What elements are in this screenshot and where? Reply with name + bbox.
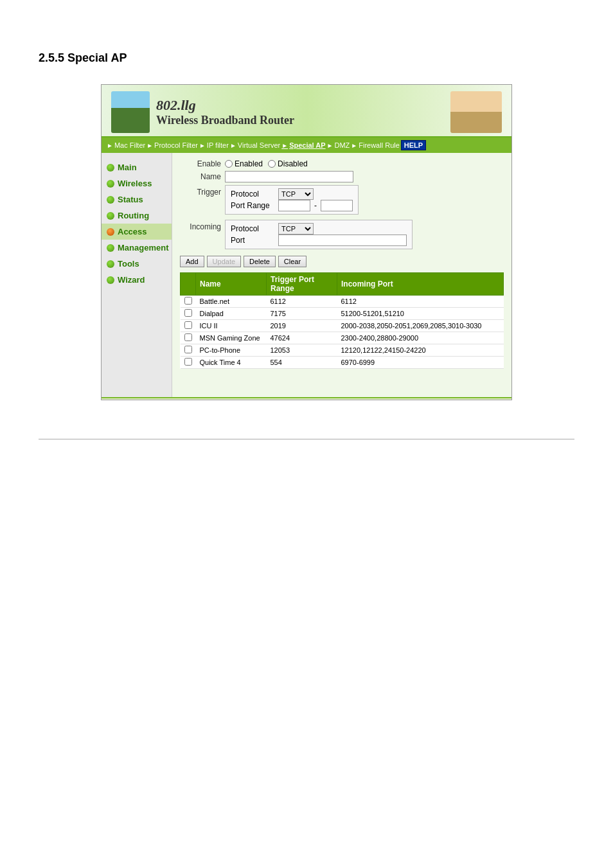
update-button[interactable]: Update — [207, 256, 241, 267]
nav-tab-firewall-rule[interactable]: ► Firewall Rule — [351, 141, 399, 149]
table-row: ICU II 2019 2000-2038,2050-2051,2069,208… — [181, 320, 504, 332]
page-footer — [39, 439, 574, 442]
disabled-radio[interactable] — [268, 160, 276, 168]
row-name-4: PC-to-Phone — [196, 344, 267, 357]
section-title: 2.5.5 Special AP — [39, 51, 574, 65]
row-checkbox-2[interactable] — [184, 321, 192, 329]
trigger-port-range-label: Port Range — [231, 201, 276, 210]
enabled-radio[interactable] — [225, 160, 233, 168]
row-checkbox-cell — [181, 308, 196, 320]
row-incoming-4: 12120,12122,24150-24220 — [337, 344, 504, 357]
button-row: Add Update Delete Clear — [180, 256, 504, 267]
nav-tab-dmz[interactable]: ► DMZ — [327, 141, 350, 149]
nav-tab-mac-filter[interactable]: ► Mac Filter — [107, 141, 145, 149]
row-checkbox-5[interactable] — [184, 358, 192, 366]
row-checkbox-cell — [181, 344, 196, 357]
sidebar-item-access[interactable]: Access — [102, 224, 172, 240]
special-ap-table: Name Trigger Port Range Incoming Port Ba… — [180, 272, 504, 369]
enable-radio-group: Enabled Disabled — [225, 159, 308, 168]
add-button[interactable]: Add — [180, 256, 204, 267]
sidebar-item-routing[interactable]: Routing — [102, 208, 172, 224]
row-checkbox-cell — [181, 332, 196, 344]
sidebar-item-wizard[interactable]: Wizard — [102, 272, 172, 288]
incoming-label: Incoming — [180, 220, 225, 231]
row-trigger-5: 554 — [267, 357, 337, 369]
trigger-protocol-select[interactable]: TCP UDP Both — [278, 188, 314, 200]
name-input[interactable] — [225, 171, 353, 182]
clear-button[interactable]: Clear — [278, 256, 306, 267]
sidebar-dot-access — [107, 228, 114, 236]
incoming-protocol-select[interactable]: TCP UDP Both — [278, 223, 314, 235]
col-header-trigger: Trigger Port Range — [267, 273, 337, 296]
table-row: Quick Time 4 554 6970-6999 — [181, 357, 504, 369]
row-checkbox-cell — [181, 320, 196, 332]
trigger-protocol-label: Protocol — [231, 190, 276, 199]
row-trigger-2: 2019 — [267, 320, 337, 332]
router-header: 802.llg Wireless Broadband Router — [102, 85, 511, 137]
trigger-port-from-input[interactable] — [278, 200, 310, 211]
nav-tab-special-ap[interactable]: ► Special AP — [281, 141, 325, 149]
row-checkbox-4[interactable] — [184, 346, 192, 353]
delete-button[interactable]: Delete — [244, 256, 276, 267]
router-ui: 802.llg Wireless Broadband Router ► Mac … — [101, 84, 512, 400]
row-name-0: Battle.net — [196, 296, 267, 308]
row-trigger-1: 7175 — [267, 308, 337, 320]
content-area: Enable Enabled Disabled Name — [172, 153, 511, 397]
trigger-port-range-row: Port Range - — [231, 200, 353, 211]
nav-tab-virtual-server[interactable]: ► Virtual Server — [230, 141, 280, 149]
table-row: PC-to-Phone 12053 12120,12122,24150-2422… — [181, 344, 504, 357]
router-footer — [102, 397, 511, 400]
sidebar-dot-wizard — [107, 276, 114, 284]
sidebar-item-tools[interactable]: Tools — [102, 256, 172, 272]
incoming-protocol-label: Protocol — [231, 224, 276, 233]
disabled-radio-label[interactable]: Disabled — [268, 159, 308, 168]
enable-label: Enable — [180, 159, 225, 168]
header-left: 802.llg Wireless Broadband Router — [111, 91, 294, 133]
enable-row: Enable Enabled Disabled — [180, 159, 504, 168]
sidebar-item-main[interactable]: Main — [102, 159, 172, 175]
incoming-port-row: Port — [231, 235, 407, 246]
row-name-3: MSN Gaming Zone — [196, 332, 267, 344]
sidebar-item-status[interactable]: Status — [102, 191, 172, 208]
col-header-incoming: Incoming Port — [337, 273, 504, 296]
row-checkbox-0[interactable] — [184, 297, 192, 305]
incoming-row: Incoming Protocol TCP UDP Both Port — [180, 220, 504, 253]
row-incoming-2: 2000-2038,2050-2051,2069,2085,3010-3030 — [337, 320, 504, 332]
sidebar-dot-main — [107, 164, 114, 172]
brand-name: 802.llg — [156, 97, 294, 114]
incoming-protocol-row: Protocol TCP UDP Both — [231, 223, 407, 235]
nav-tabs-bar: ► Mac Filter ► Protocol Filter ► IP filt… — [102, 137, 511, 153]
name-label: Name — [180, 172, 225, 181]
table-row: Dialpad 7175 51200-51201,51210 — [181, 308, 504, 320]
trigger-protocol-row: Protocol TCP UDP Both — [231, 188, 353, 200]
col-header-name: Name — [196, 273, 267, 296]
name-row: Name — [180, 171, 504, 182]
sidebar-item-management[interactable]: Management — [102, 240, 172, 256]
nav-tab-protocol-filter[interactable]: ► Protocol Filter — [147, 141, 198, 149]
trigger-port-to-input[interactable] — [321, 200, 353, 211]
sidebar-dot-routing — [107, 212, 114, 220]
row-incoming-5: 6970-6999 — [337, 357, 504, 369]
row-incoming-3: 2300-2400,28800-29000 — [337, 332, 504, 344]
nav-tab-ip-filter[interactable]: ► IP filter — [199, 141, 229, 149]
trigger-row: Trigger Protocol TCP UDP Both Port Range — [180, 185, 504, 217]
sidebar-dot-status — [107, 196, 114, 204]
table-row: MSN Gaming Zone 47624 2300-2400,28800-29… — [181, 332, 504, 344]
help-button[interactable]: HELP — [401, 140, 426, 150]
header-title-block: 802.llg Wireless Broadband Router — [156, 97, 294, 127]
header-person-right-image — [450, 91, 502, 133]
row-incoming-0: 6112 — [337, 296, 504, 308]
sidebar: Main Wireless Status Routing Access — [102, 153, 172, 397]
row-name-5: Quick Time 4 — [196, 357, 267, 369]
sidebar-item-wireless[interactable]: Wireless — [102, 175, 172, 191]
incoming-port-input[interactable] — [278, 235, 407, 246]
row-checkbox-1[interactable] — [184, 309, 192, 317]
enabled-radio-label[interactable]: Enabled — [225, 159, 263, 168]
row-incoming-1: 51200-51201,51210 — [337, 308, 504, 320]
row-checkbox-cell — [181, 357, 196, 369]
row-name-2: ICU II — [196, 320, 267, 332]
router-main: Main Wireless Status Routing Access — [102, 153, 511, 397]
row-checkbox-3[interactable] — [184, 333, 192, 341]
sidebar-dot-tools — [107, 260, 114, 268]
row-checkbox-cell — [181, 296, 196, 308]
